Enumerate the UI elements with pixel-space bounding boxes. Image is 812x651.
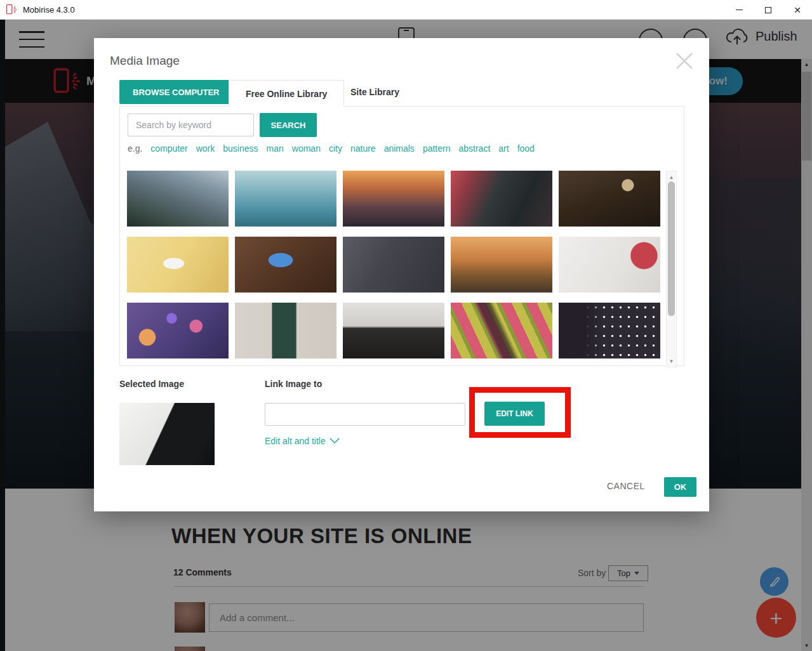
library-image-9[interactable]: [451, 237, 552, 293]
keyword-link[interactable]: work: [196, 143, 215, 154]
search-input[interactable]: [128, 114, 254, 136]
library-image-7[interactable]: [235, 237, 336, 293]
close-icon: ✕: [794, 6, 801, 15]
mobirise-app-window: Mobirise 4.3.0 ✕ Publish: [0, 0, 812, 651]
keyword-link[interactable]: abstract: [458, 143, 490, 154]
keyword-link[interactable]: city: [329, 143, 342, 154]
library-image-11[interactable]: [127, 303, 229, 358]
selected-image-thumbnail: [119, 403, 215, 465]
library-image-13[interactable]: [343, 303, 444, 358]
keyword-link[interactable]: art: [498, 143, 509, 154]
tab-browse-computer[interactable]: BROWSE COMPUTER: [119, 80, 233, 104]
close-window-button[interactable]: ✕: [783, 0, 812, 20]
mobirise-logo-icon: [5, 3, 18, 16]
keyword-link[interactable]: woman: [292, 143, 321, 154]
scrollbar-thumb[interactable]: [668, 181, 675, 316]
library-image-4[interactable]: [451, 171, 552, 227]
window-title: Mobirise 4.3.0: [23, 5, 75, 15]
keyword-link[interactable]: nature: [350, 143, 376, 154]
keyword-suggestions: e.g. computer work business man woman ci…: [128, 143, 674, 154]
library-image-6[interactable]: [127, 237, 229, 293]
keyword-link[interactable]: business: [223, 143, 258, 154]
os-title-bar: Mobirise 4.3.0 ✕: [0, 0, 812, 20]
keyword-link[interactable]: man: [267, 143, 284, 154]
chevron-down-icon: [329, 438, 340, 444]
cancel-button[interactable]: CANCEL: [607, 481, 645, 491]
selected-image-label: Selected Image: [119, 379, 184, 389]
keyword-link[interactable]: animals: [384, 143, 415, 154]
library-image-2[interactable]: [235, 171, 336, 227]
library-image-5[interactable]: [559, 171, 660, 227]
dialog-close-icon[interactable]: [673, 49, 696, 72]
scroll-down-icon[interactable]: ▼: [667, 357, 676, 365]
maximize-icon: [765, 7, 771, 13]
link-image-to-label: Link Image to: [265, 379, 322, 389]
tab-site-library[interactable]: Site Library: [342, 80, 408, 104]
edit-alt-title-label: Edit alt and title: [265, 436, 326, 446]
library-panel: SEARCH e.g. computer work business man w…: [119, 106, 684, 366]
media-image-dialog: Media Image BROWSE COMPUTER Free Online …: [94, 38, 709, 511]
dialog-title: Media Image: [110, 54, 180, 68]
scroll-up-icon[interactable]: ▲: [667, 173, 676, 181]
library-image-8[interactable]: [343, 237, 444, 293]
library-image-15[interactable]: [559, 303, 660, 358]
library-image-14[interactable]: [451, 303, 552, 358]
keyword-link[interactable]: computer: [150, 143, 187, 154]
library-image-12[interactable]: [235, 303, 336, 358]
minimize-button[interactable]: [724, 0, 754, 20]
search-button[interactable]: SEARCH: [260, 113, 317, 137]
library-image-3[interactable]: [343, 171, 444, 227]
tab-free-online-library[interactable]: Free Online Library: [229, 80, 344, 107]
keyword-link[interactable]: pattern: [423, 143, 451, 154]
keywords-prefix: e.g.: [128, 143, 142, 154]
maximize-button[interactable]: [754, 0, 783, 20]
edit-link-button[interactable]: EDIT LINK: [484, 402, 545, 426]
image-grid: [127, 171, 660, 358]
grid-scrollbar[interactable]: ▲ ▼: [666, 171, 677, 367]
keyword-link[interactable]: food: [517, 143, 535, 154]
library-image-1[interactable]: [127, 171, 229, 227]
library-image-10[interactable]: [559, 237, 660, 293]
minimize-icon: [736, 10, 743, 10]
link-url-input[interactable]: [265, 403, 465, 426]
ok-button[interactable]: OK: [664, 477, 696, 497]
edit-alt-title-link[interactable]: Edit alt and title: [265, 436, 340, 446]
